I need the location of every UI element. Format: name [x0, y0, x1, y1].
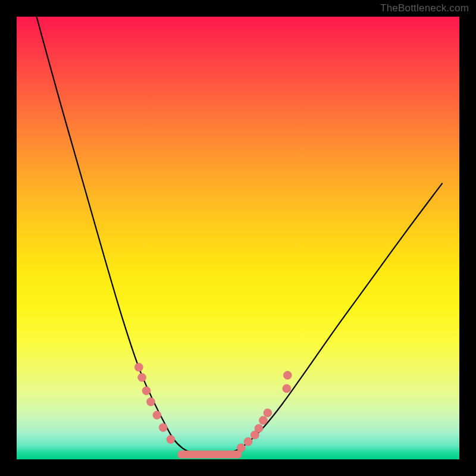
marker-right-5 [264, 409, 272, 417]
marker-right-4 [259, 416, 267, 425]
plot-area [17, 17, 459, 459]
marker-left-6 [167, 436, 175, 444]
marker-left-5 [159, 423, 167, 431]
marker-left-1 [138, 373, 146, 381]
marker-left-4 [153, 411, 161, 419]
marker-left-0 [134, 363, 143, 371]
marker-right-1 [244, 437, 252, 446]
marker-right-6 [283, 384, 291, 393]
chart-frame: TheBottleneck.com [0, 0, 476, 476]
marker-right-3 [255, 424, 263, 433]
watermark-text: TheBottleneck.com [380, 2, 469, 14]
marker-right-0 [237, 444, 245, 452]
marker-right-7 [283, 371, 292, 380]
chart-overlay [17, 17, 459, 459]
bottleneck-curve [36, 17, 442, 455]
marker-left-2 [142, 387, 151, 395]
marker-left-3 [146, 397, 155, 406]
